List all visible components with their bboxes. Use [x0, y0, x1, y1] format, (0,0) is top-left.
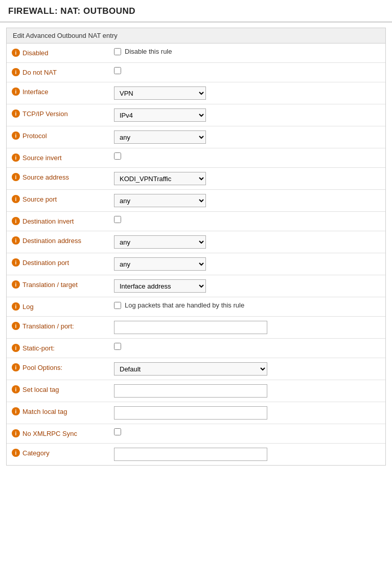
control-disabled: Disable this rule [114, 48, 380, 55]
control-tcp-ip-version: IPv4 IPv6 IPv4+IPv6 [114, 108, 380, 122]
label-source-address: Source address [22, 173, 69, 181]
row-pool-options: i Pool Options: Default Round Robin Rand… [7, 358, 385, 380]
checkbox-disabled[interactable] [114, 48, 121, 55]
row-log: i Log Log packets that are handled by th… [7, 297, 385, 317]
checkbox-destination-invert[interactable] [114, 216, 121, 223]
info-icon-destination-invert[interactable]: i [12, 217, 20, 225]
control-translation-port [114, 321, 380, 334]
label-destination-port: Destination port [22, 259, 69, 267]
control-set-local-tag [114, 384, 380, 398]
row-category: i Category [7, 444, 385, 465]
select-protocol[interactable]: any TCP UDP TCP/UDP ICMP [114, 130, 206, 144]
select-source-address[interactable]: KODI_VPNTraffic any LAN net [114, 172, 206, 185]
label-static-port: Static-port: [22, 344, 55, 352]
control-category [114, 448, 380, 461]
label-source-invert: Source invert [22, 154, 62, 162]
row-source-address: i Source address KODI_VPNTraffic any LAN… [7, 168, 385, 190]
info-icon-source-port[interactable]: i [12, 195, 20, 203]
select-destination-address[interactable]: any LAN net WAN net [114, 235, 206, 249]
select-tcp-ip-version[interactable]: IPv4 IPv6 IPv4+IPv6 [114, 108, 206, 122]
info-icon-log[interactable]: i [12, 302, 20, 311]
input-match-local-tag[interactable] [114, 406, 267, 420]
control-pool-options: Default Round Robin Random [114, 362, 380, 376]
control-interface: VPN WAN LAN [114, 86, 380, 100]
info-icon-interface[interactable]: i [12, 87, 20, 96]
row-match-local-tag: i Match local tag [7, 402, 385, 424]
control-source-port: any 80 443 [114, 194, 380, 207]
checkbox-do-not-nat[interactable] [114, 67, 121, 74]
form-subtitle: Edit Advanced Outbound NAT entry [7, 28, 385, 43]
page-title: FIREWALL: NAT: OUTBOUND [8, 6, 384, 16]
row-translation-port: i Translation / port: [7, 317, 385, 339]
checkbox-static-port[interactable] [114, 343, 121, 350]
label-destination-invert: Destination invert [22, 217, 74, 225]
control-source-invert [114, 152, 380, 160]
control-static-port [114, 343, 380, 350]
row-destination-port: i Destination port any 80 443 [7, 253, 385, 275]
page-header: FIREWALL: NAT: OUTBOUND [0, 0, 392, 23]
label-pool-options: Pool Options: [22, 364, 62, 371]
info-icon-disabled[interactable]: i [12, 49, 20, 57]
label-no-xmlrpc-sync: No XMLRPC Sync [22, 430, 77, 437]
select-pool-options[interactable]: Default Round Robin Random [114, 362, 267, 376]
control-destination-invert [114, 216, 380, 223]
select-source-port[interactable]: any 80 443 [114, 194, 206, 207]
label-log: Log [22, 303, 34, 311]
label-disabled: Disabled [22, 49, 49, 57]
checkbox-disabled-label: Disable this rule [125, 48, 172, 55]
label-protocol: Protocol [22, 132, 47, 140]
info-icon-tcp-ip-version[interactable]: i [12, 109, 20, 118]
control-source-address: KODI_VPNTraffic any LAN net [114, 172, 380, 185]
control-translation-target: Interface address any other [114, 279, 380, 293]
label-set-local-tag: Set local tag [22, 386, 59, 393]
row-destination-address: i Destination address any LAN net WAN ne… [7, 231, 385, 253]
form-container: Edit Advanced Outbound NAT entry i Disab… [6, 28, 386, 466]
label-translation-target: Translation / target [22, 281, 78, 289]
row-no-xmlrpc-sync: i No XMLRPC Sync [7, 424, 385, 444]
checkbox-no-xmlrpc-sync[interactable] [114, 428, 121, 435]
select-translation-target[interactable]: Interface address any other [114, 279, 206, 293]
info-icon-no-xmlrpc-sync[interactable]: i [12, 429, 20, 437]
info-icon-category[interactable]: i [12, 449, 20, 457]
info-icon-protocol[interactable]: i [12, 131, 20, 140]
control-no-xmlrpc-sync [114, 428, 380, 435]
row-protocol: i Protocol any TCP UDP TCP/UDP ICMP [7, 126, 385, 148]
select-interface[interactable]: VPN WAN LAN [114, 86, 206, 100]
label-source-port: Source port [22, 195, 57, 203]
row-static-port: i Static-port: [7, 339, 385, 358]
info-icon-translation-target[interactable]: i [12, 280, 20, 289]
control-destination-port: any 80 443 [114, 257, 380, 271]
info-icon-set-local-tag[interactable]: i [12, 385, 20, 393]
row-set-local-tag: i Set local tag [7, 380, 385, 402]
info-icon-match-local-tag[interactable]: i [12, 407, 20, 415]
control-do-not-nat [114, 67, 380, 74]
row-source-invert: i Source invert [7, 148, 385, 168]
label-category: Category [22, 449, 50, 457]
info-icon-pool-options[interactable]: i [12, 363, 20, 371]
label-interface: Interface [22, 88, 49, 96]
control-log: Log packets that are handled by this rul… [114, 301, 380, 309]
info-icon-destination-address[interactable]: i [12, 236, 20, 245]
row-destination-invert: i Destination invert [7, 212, 385, 231]
label-match-local-tag: Match local tag [22, 408, 67, 415]
control-destination-address: any LAN net WAN net [114, 235, 380, 249]
row-translation-target: i Translation / target Interface address… [7, 275, 385, 297]
input-translation-port[interactable] [114, 321, 267, 334]
info-icon-do-not-nat[interactable]: i [12, 68, 20, 76]
row-source-port: i Source port any 80 443 [7, 190, 385, 212]
checkbox-log[interactable] [114, 302, 121, 309]
select-destination-port[interactable]: any 80 443 [114, 257, 206, 271]
info-icon-source-address[interactable]: i [12, 173, 20, 181]
label-do-not-nat: Do not NAT [22, 69, 57, 76]
info-icon-static-port[interactable]: i [12, 344, 20, 352]
checkbox-log-label: Log packets that are handled by this rul… [125, 301, 244, 309]
info-icon-translation-port[interactable]: i [12, 322, 20, 330]
control-protocol: any TCP UDP TCP/UDP ICMP [114, 130, 380, 144]
info-icon-source-invert[interactable]: i [12, 153, 20, 162]
input-set-local-tag[interactable] [114, 384, 267, 398]
checkbox-source-invert[interactable] [114, 152, 121, 160]
input-category[interactable] [114, 448, 267, 461]
info-icon-destination-port[interactable]: i [12, 258, 20, 267]
label-translation-port: Translation / port: [22, 322, 74, 330]
row-disabled: i Disabled Disable this rule [7, 43, 385, 63]
